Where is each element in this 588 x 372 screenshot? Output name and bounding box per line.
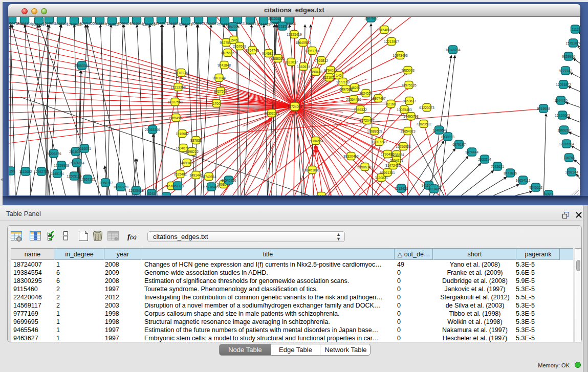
svg-text:12923446: 12923446 bbox=[128, 189, 144, 192]
svg-text:6466160: 6466160 bbox=[55, 22, 68, 26]
svg-text:8675685: 8675685 bbox=[221, 51, 234, 55]
svg-text:6794028: 6794028 bbox=[324, 69, 337, 72]
svg-text:10807467: 10807467 bbox=[371, 97, 386, 100]
svg-text:8912954: 8912954 bbox=[130, 22, 143, 26]
svg-text:31472420: 31472420 bbox=[385, 164, 401, 167]
svg-text:20053346: 20053346 bbox=[74, 64, 90, 68]
svg-text:1588520: 1588520 bbox=[271, 57, 285, 60]
svg-text:1362615: 1362615 bbox=[297, 65, 310, 69]
svg-text:23302033: 23302033 bbox=[264, 112, 279, 115]
svg-text:17016504: 17016504 bbox=[559, 142, 574, 146]
svg-text:10961758: 10961758 bbox=[304, 49, 320, 53]
svg-text:20091406: 20091406 bbox=[17, 22, 32, 26]
svg-text:88320463: 88320463 bbox=[343, 155, 359, 158]
svg-text:2867608: 2867608 bbox=[233, 45, 246, 48]
svg-text:1292344: 1292344 bbox=[565, 170, 578, 174]
svg-text:15716485: 15716485 bbox=[204, 185, 219, 189]
svg-text:f(x): f(x) bbox=[127, 232, 137, 240]
svg-text:25374874: 25374874 bbox=[69, 161, 84, 165]
svg-text:7357224: 7357224 bbox=[226, 25, 239, 29]
svg-text:10958107: 10958107 bbox=[98, 181, 113, 185]
svg-text:7515546: 7515546 bbox=[93, 22, 106, 26]
svg-text:16148784: 16148784 bbox=[445, 48, 461, 52]
svg-text:12975135: 12975135 bbox=[401, 83, 417, 87]
svg-text:6497568: 6497568 bbox=[339, 87, 353, 91]
svg-text:1916682: 1916682 bbox=[176, 132, 189, 136]
svg-text:2933114: 2933114 bbox=[478, 158, 491, 161]
svg-text:1464821: 1464821 bbox=[167, 22, 180, 26]
svg-text:13325419: 13325419 bbox=[287, 33, 302, 36]
svg-text:10973493: 10973493 bbox=[393, 54, 408, 57]
svg-text:17957225: 17957225 bbox=[80, 178, 95, 181]
svg-text:7986322: 7986322 bbox=[354, 108, 367, 112]
svg-text:7625402: 7625402 bbox=[173, 172, 187, 176]
svg-text:16107553: 16107553 bbox=[167, 100, 183, 104]
svg-text:887833: 887833 bbox=[190, 139, 202, 142]
svg-text:8322037: 8322037 bbox=[285, 60, 298, 64]
svg-text:18724007: 18724007 bbox=[287, 105, 302, 108]
svg-text:1961978: 1961978 bbox=[179, 23, 192, 26]
svg-text:1112: 1112 bbox=[572, 28, 579, 31]
svg-text:1621072: 1621072 bbox=[322, 76, 336, 79]
svg-text:12213967: 12213967 bbox=[384, 40, 399, 43]
svg-text:9242848: 9242848 bbox=[217, 63, 231, 67]
svg-text:16154808: 16154808 bbox=[377, 28, 392, 32]
svg-text:9777169: 9777169 bbox=[336, 80, 350, 84]
svg-text:62160: 62160 bbox=[386, 102, 396, 106]
svg-text:1569297: 1569297 bbox=[557, 128, 571, 132]
svg-text:14099489: 14099489 bbox=[179, 161, 194, 165]
svg-text:17359928: 17359928 bbox=[54, 164, 69, 167]
svg-text:16671355: 16671355 bbox=[79, 21, 95, 25]
svg-text:2803144: 2803144 bbox=[212, 76, 226, 80]
svg-text:88461803: 88461803 bbox=[304, 168, 320, 172]
svg-text:8454749: 8454749 bbox=[246, 49, 259, 52]
svg-text:10688609: 10688609 bbox=[367, 129, 382, 133]
svg-text:7955812: 7955812 bbox=[315, 59, 328, 62]
svg-text:7485003: 7485003 bbox=[401, 69, 415, 72]
svg-text:1700: 1700 bbox=[213, 102, 221, 105]
svg-text:2616051: 2616051 bbox=[78, 147, 91, 150]
svg-text:61220073: 61220073 bbox=[419, 106, 434, 110]
svg-text:1640954: 1640954 bbox=[432, 128, 446, 132]
svg-text:72820592: 72820592 bbox=[416, 122, 431, 126]
svg-text:12213369: 12213369 bbox=[170, 85, 186, 89]
svg-text:16210643: 16210643 bbox=[555, 114, 570, 117]
svg-text:7163822: 7163822 bbox=[105, 23, 119, 26]
svg-text:6379197: 6379197 bbox=[452, 143, 466, 146]
svg-text:9463627: 9463627 bbox=[403, 99, 416, 103]
svg-text:7513426: 7513426 bbox=[395, 187, 408, 190]
svg-text:9245652: 9245652 bbox=[529, 186, 542, 189]
svg-text:66661351: 66661351 bbox=[380, 171, 395, 174]
svg-text:9146821: 9146821 bbox=[262, 52, 275, 55]
svg-text:28740864: 28740864 bbox=[201, 175, 216, 179]
svg-text:19384554: 19384554 bbox=[308, 139, 323, 143]
svg-text:8660124: 8660124 bbox=[118, 21, 131, 25]
svg-text:9514489: 9514489 bbox=[257, 23, 270, 26]
svg-text:58586340: 58586340 bbox=[357, 165, 373, 169]
svg-text:2887682: 2887682 bbox=[364, 17, 378, 20]
svg-text:24501: 24501 bbox=[544, 193, 554, 196]
svg-text:15751074: 15751074 bbox=[565, 41, 580, 45]
svg-text:15720407: 15720407 bbox=[359, 119, 375, 122]
svg-text:18640910: 18640910 bbox=[295, 41, 311, 45]
svg-text:1145194: 1145194 bbox=[51, 172, 64, 176]
svg-text:1713426: 1713426 bbox=[427, 187, 441, 191]
svg-text:20053346: 20053346 bbox=[145, 128, 160, 132]
svg-text:145: 145 bbox=[336, 74, 341, 77]
svg-text:14495798: 14495798 bbox=[403, 115, 419, 118]
svg-text:4498222: 4498222 bbox=[185, 150, 199, 154]
svg-text:116753: 116753 bbox=[563, 156, 575, 160]
svg-text:12093872: 12093872 bbox=[556, 83, 571, 86]
svg-text:2924072: 2924072 bbox=[205, 22, 219, 26]
svg-text:8215958: 8215958 bbox=[537, 107, 550, 111]
svg-text:8813054: 8813054 bbox=[268, 17, 281, 20]
svg-text:1244415: 1244415 bbox=[554, 99, 568, 102]
svg-text:10756928: 10756928 bbox=[396, 145, 411, 148]
svg-text:2718176: 2718176 bbox=[175, 71, 188, 75]
svg-text:9563182: 9563182 bbox=[192, 21, 205, 25]
svg-text:10025453: 10025453 bbox=[397, 108, 412, 112]
svg-text:1527602: 1527602 bbox=[42, 21, 56, 25]
svg-text:1116021: 1116021 bbox=[244, 22, 257, 26]
svg-text:8471676: 8471676 bbox=[504, 171, 517, 175]
svg-text:1115682: 1115682 bbox=[19, 170, 32, 173]
